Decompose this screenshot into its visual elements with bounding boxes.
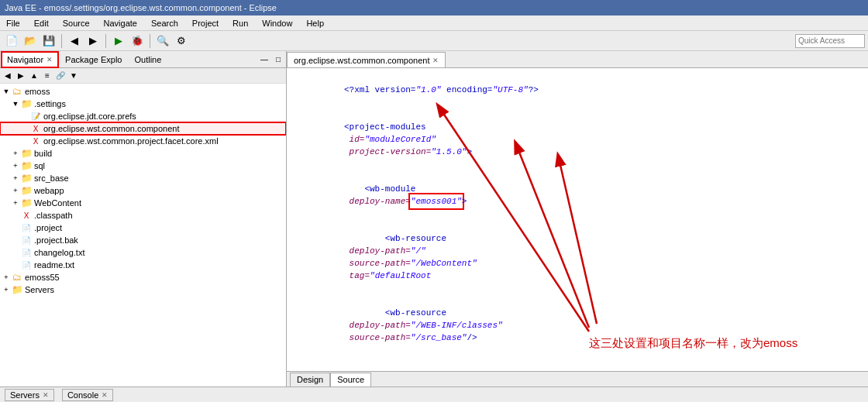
file-icon-prefs: 📝 [29, 110, 42, 122]
source-tab[interactable]: Source [330, 373, 371, 387]
status-tab-servers-label: Servers [10, 390, 40, 400]
toolbar-debug[interactable]: 🐞 [129, 33, 146, 50]
tree-item-sql[interactable]: + 📁 sql [0, 160, 286, 172]
editor-tab-component[interactable]: org.eclipse.wst.common.component ✕ [287, 52, 446, 67]
toggle-settings[interactable]: ▼ [11, 100, 20, 108]
menu-run[interactable]: Run [229, 17, 251, 29]
toolbar-new[interactable]: 📄 [3, 33, 20, 50]
tree-item-prefs[interactable]: 📝 org.eclipse.jdt.core.prefs [0, 110, 286, 122]
toolbar-sep-3 [150, 34, 150, 48]
toggle-webcontent[interactable]: + [11, 199, 20, 207]
toggle-emoss55[interactable]: + [2, 273, 11, 281]
panel-maximize[interactable]: □ [272, 53, 284, 66]
design-tab-label: Design [297, 375, 323, 384]
tree-item-webcontent[interactable]: + 📁 WebContent [0, 197, 286, 209]
tree-item-project[interactable]: 📄 .project [0, 222, 286, 234]
tree-label-webapp: webapp [34, 186, 64, 195]
toolbar-back[interactable]: ◀ [66, 33, 83, 50]
tree-item-build[interactable]: + 📁 build [0, 147, 286, 160]
toggle-emoss[interactable]: ▼ [2, 88, 11, 95]
nav-up[interactable]: ▲ [28, 70, 40, 82]
tree-item-emoss[interactable]: ▼ 🗂 emoss [0, 85, 286, 98]
panel-minimize[interactable]: — [258, 53, 270, 66]
tree-label-servers: Servers [25, 285, 54, 294]
nav-link[interactable]: 🔗 [54, 70, 67, 82]
menu-source[interactable]: Source [60, 17, 93, 29]
code-line-4: <wb-resource deploy-path="/" source-path… [293, 220, 862, 294]
toggle-src-base[interactable]: + [11, 174, 20, 182]
title-text: Java EE - emoss/.settings/org.eclipse.ws… [5, 3, 277, 12]
left-panel: Navigator ✕ Package Explo Outline — □ ◀ … [0, 51, 287, 387]
outline-tab-label: Outline [134, 55, 161, 64]
status-tab-console-close[interactable]: ✕ [102, 391, 108, 399]
nav-collapse[interactable]: ≡ [41, 70, 53, 82]
tree-item-component[interactable]: X org.eclipse.wst.common.component [0, 122, 286, 135]
menu-help[interactable]: Help [303, 17, 327, 29]
navigator-tab-close[interactable]: ✕ [46, 56, 53, 64]
tree-container: ▼ 🗂 emoss ▼ 📁 .settings 📝 org.eclipse.jd… [0, 84, 286, 387]
design-tab[interactable]: Design [290, 373, 330, 387]
editor-tab-close[interactable]: ✕ [432, 57, 439, 64]
package-tab-label: Package Explo [65, 55, 122, 64]
menu-search[interactable]: Search [148, 17, 181, 29]
toolbar-save[interactable]: 💾 [40, 33, 57, 50]
tree-item-src-base[interactable]: + 📁 src_base [0, 172, 286, 184]
status-tab-console[interactable]: Console ✕ [62, 389, 113, 401]
toolbar-open[interactable]: 📂 [22, 33, 39, 50]
file-icon-readme: 📄 [20, 259, 33, 271]
nav-back[interactable]: ◀ [2, 70, 14, 82]
folder-icon-build: 📁 [20, 147, 33, 160]
menu-edit[interactable]: Edit [31, 17, 52, 29]
code-line-3: <wb-module deploy-name="emoss001"> [293, 170, 862, 220]
tree-label-sql: sql [34, 161, 45, 170]
folder-icon-emoss: 🗂 [11, 85, 23, 98]
package-explorer-tab[interactable]: Package Explo [60, 52, 127, 67]
navigator-tab[interactable]: Navigator ✕ [2, 52, 58, 67]
xml-icon-classpath: X [20, 209, 33, 222]
tree-label-project-bak: .project.bak [34, 235, 78, 245]
tree-label-emoss: emoss [25, 87, 50, 96]
toggle-webapp[interactable]: + [11, 187, 20, 194]
file-icon-changelog: 📄 [20, 246, 33, 259]
tree-item-webapp[interactable]: + 📁 webapp [0, 184, 286, 197]
tree-item-readme[interactable]: 📄 readme.txt [0, 259, 286, 271]
tree-item-facet[interactable]: X org.eclipse.wst.common.project.facet.c… [0, 135, 286, 147]
toggle-servers[interactable]: + [2, 286, 11, 294]
toggle-build[interactable]: + [11, 149, 20, 157]
tree-label-prefs: org.eclipse.jdt.core.prefs [43, 112, 136, 121]
status-tab-servers-close[interactable]: ✕ [43, 391, 49, 399]
quick-access-input[interactable] [795, 34, 865, 48]
nav-forward[interactable]: ▶ [15, 70, 27, 82]
status-tab-servers[interactable]: Servers ✕ [5, 389, 54, 401]
tree-label-changelog: changelog.txt [34, 248, 84, 257]
code-area[interactable]: <?xml version="1.0" encoding="UTF-8"?> <… [287, 68, 868, 371]
folder-icon-webapp: 📁 [20, 184, 33, 197]
folder-icon-servers: 📁 [11, 283, 23, 296]
editor-bottom-tabs: Design Source [287, 371, 868, 387]
tree-item-classpath[interactable]: X .classpath [0, 209, 286, 222]
panel-tabs: Navigator ✕ Package Explo Outline — □ [0, 51, 286, 68]
file-icon-project-bak: 📄 [20, 234, 33, 246]
outline-tab[interactable]: Outline [129, 52, 167, 67]
toolbar-ref[interactable]: ⚙ [173, 33, 190, 50]
tree-label-settings: .settings [34, 99, 66, 108]
menu-navigate[interactable]: Navigate [101, 17, 140, 29]
tree-item-emoss55[interactable]: + 🗂 emoss55 [0, 271, 286, 283]
folder-icon-src-base: 📁 [20, 172, 33, 184]
tree-item-settings[interactable]: ▼ 📁 .settings [0, 98, 286, 110]
nav-menu[interactable]: ▼ [67, 70, 80, 82]
code-line-6: <property name="context-root" value="emo… [293, 356, 862, 371]
tree-item-changelog[interactable]: 📄 changelog.txt [0, 246, 286, 259]
toolbar-forward[interactable]: ▶ [84, 33, 102, 50]
toggle-sql[interactable]: + [11, 162, 20, 170]
menu-project[interactable]: Project [189, 17, 222, 29]
code-line-5: <wb-resource deploy-path="/WEB-INF/class… [293, 294, 862, 356]
editor-tab-label: org.eclipse.wst.common.component [294, 56, 429, 65]
toolbar-search[interactable]: 🔍 [154, 33, 171, 50]
tree-item-servers[interactable]: + 📁 Servers [0, 283, 286, 296]
menu-file[interactable]: File [3, 17, 23, 29]
toolbar-run[interactable]: ▶ [110, 33, 127, 50]
menu-window[interactable]: Window [259, 17, 295, 29]
tree-item-project-bak[interactable]: 📄 .project.bak [0, 234, 286, 246]
right-panel: org.eclipse.wst.common.component ✕ <?xml… [287, 51, 868, 387]
